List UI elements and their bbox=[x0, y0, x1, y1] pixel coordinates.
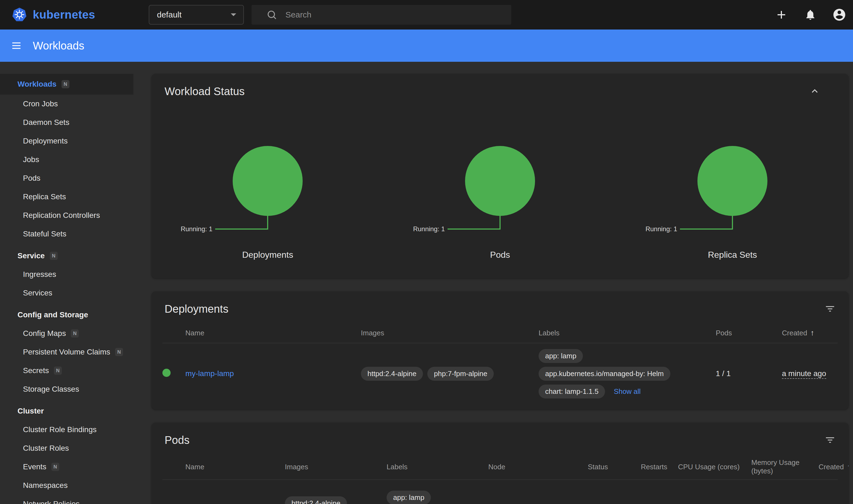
sort-ascending-icon: ↑ bbox=[811, 328, 815, 337]
sidebar-item-services[interactable]: Services bbox=[0, 284, 142, 302]
create-resource-button[interactable] bbox=[772, 6, 790, 23]
sidebar-item-network-policies[interactable]: Network Policies bbox=[0, 495, 142, 504]
labels-column-header: Labels bbox=[538, 329, 705, 337]
images-cell: httpd:2.4-alpine php:7-fpm-alpine bbox=[285, 496, 387, 504]
label-chip: chart: lamp-1.1.5 bbox=[538, 384, 605, 398]
sidebar-item-workloads[interactable]: Workloads N bbox=[0, 74, 134, 94]
sidebar-item-cluster-role-bindings[interactable]: Cluster Role Bindings bbox=[0, 420, 142, 439]
sidebar-item-secrets[interactable]: Secrets N bbox=[0, 361, 142, 380]
created-cell: a minute ago bbox=[771, 369, 838, 378]
table-header-row: Name Images Labels Pods Created↑ bbox=[162, 323, 838, 343]
pod-row: my-lamp-lamp-5fd985cf68-jwvz4 httpd:2.4-… bbox=[162, 480, 838, 504]
sidebar-item-label: Deployments bbox=[23, 137, 68, 145]
sidebar-item-label: Namespaces bbox=[23, 481, 68, 490]
sidebar-item-cron-jobs[interactable]: Cron Jobs bbox=[0, 94, 142, 113]
sidebar-item-daemon-sets[interactable]: Daemon Sets bbox=[0, 113, 142, 132]
pie-chart bbox=[233, 146, 303, 216]
image-chip: php:7-fpm-alpine bbox=[427, 367, 494, 381]
filter-icon bbox=[824, 435, 835, 446]
filter-button[interactable] bbox=[820, 299, 840, 319]
pods-table: Name Images Labels Node Status Restarts … bbox=[152, 454, 849, 504]
image-chip: httpd:2.4-alpine bbox=[361, 367, 423, 381]
home-link[interactable]: kubernetes bbox=[0, 8, 137, 22]
chart-legend: Running: 1 bbox=[384, 225, 445, 233]
sidebar-item-label: Persistent Volume Claims bbox=[23, 348, 110, 356]
legend-connector bbox=[680, 229, 732, 230]
search-input[interactable] bbox=[285, 10, 511, 19]
collapse-button[interactable] bbox=[805, 82, 824, 101]
sidebar-section-label: Service bbox=[18, 251, 45, 260]
menu-button[interactable] bbox=[6, 36, 26, 55]
sidebar-item-label: Ingresses bbox=[23, 270, 56, 279]
search-bar[interactable] bbox=[251, 5, 511, 24]
show-all-link[interactable]: Show all bbox=[614, 387, 641, 396]
sidebar-item-label: Pods bbox=[23, 174, 40, 183]
kubernetes-logo-icon bbox=[12, 8, 27, 22]
legend-connector bbox=[267, 215, 268, 230]
labels-cell: app: lamp pod-template-hash: 5fd985cf68 bbox=[387, 491, 488, 504]
label-chip: app.kubernetes.io/managed-by: Helm bbox=[538, 367, 670, 381]
created-column-header[interactable]: Created↑ bbox=[819, 463, 849, 471]
sidebar-item-ingresses[interactable]: Ingresses bbox=[0, 265, 142, 284]
namespace-value: default bbox=[157, 10, 181, 19]
chart-replica-sets: Running: 1 Replica Sets bbox=[616, 146, 849, 273]
sidebar-item-pods[interactable]: Pods bbox=[0, 169, 142, 187]
sidebar-section-cluster: Cluster bbox=[0, 402, 142, 420]
sidebar-item-replication-controllers[interactable]: Replication Controllers bbox=[0, 206, 142, 225]
chevron-down-icon bbox=[231, 13, 236, 16]
labels-last-row: chart: lamp-1.1.5 Show all bbox=[538, 384, 641, 398]
brand-text: kubernetes bbox=[33, 8, 95, 21]
sidebar-item-label: Replica Sets bbox=[23, 193, 66, 201]
sidebar-item-storage-classes[interactable]: Storage Classes bbox=[0, 380, 142, 398]
sidebar-item-stateful-sets[interactable]: Stateful Sets bbox=[0, 225, 142, 243]
name-column-header: Name bbox=[185, 329, 361, 337]
notifications-button[interactable] bbox=[802, 6, 819, 23]
plus-icon bbox=[775, 8, 788, 21]
pods-cell: 1 / 1 bbox=[705, 369, 771, 378]
layout: Workloads N Cron Jobs Daemon Sets Deploy… bbox=[0, 62, 853, 504]
pie-chart bbox=[465, 146, 535, 216]
new-badge: N bbox=[61, 80, 69, 88]
sidebar-item-namespaces[interactable]: Namespaces bbox=[0, 476, 142, 495]
sidebar-item-label: Network Policies bbox=[23, 500, 79, 504]
name-column-header: Name bbox=[185, 463, 285, 471]
status-cell bbox=[162, 369, 185, 379]
sidebar-item-label: Config Maps bbox=[23, 329, 66, 338]
sidebar-section-service: Service N bbox=[0, 247, 142, 265]
sidebar-item-persistent-volume-claims[interactable]: Persistent Volume Claims N bbox=[0, 343, 142, 361]
legend-connector bbox=[215, 229, 268, 230]
legend-connector bbox=[499, 215, 501, 230]
labels-column-header: Labels bbox=[387, 463, 488, 471]
deployments-card: Deployments Name Images Labels Pods bbox=[152, 291, 849, 410]
chart-title: Replica Sets bbox=[616, 250, 849, 260]
status-text-column-header: Status bbox=[588, 463, 641, 471]
sidebar-item-label: Cluster Roles bbox=[23, 444, 69, 453]
images-column-header: Images bbox=[285, 463, 387, 471]
sidebar-item-jobs[interactable]: Jobs bbox=[0, 150, 142, 169]
label-chip: app: lamp bbox=[538, 349, 583, 363]
labels-cell: app: lamp app.kubernetes.io/managed-by: … bbox=[538, 349, 705, 398]
sidebar-item-label: Cluster Role Bindings bbox=[23, 425, 96, 434]
sidebar-item-label: Services bbox=[23, 289, 52, 298]
filter-button[interactable] bbox=[820, 430, 840, 450]
topbar: kubernetes default bbox=[0, 0, 853, 30]
sidebar-item-config-maps[interactable]: Config Maps N bbox=[0, 324, 142, 343]
sidebar-item-label: Events bbox=[23, 463, 47, 471]
sidebar-item-deployments[interactable]: Deployments bbox=[0, 132, 142, 150]
created-column-header[interactable]: Created↑ bbox=[771, 328, 838, 337]
bell-icon bbox=[804, 9, 816, 21]
chart-legend: Running: 1 bbox=[152, 225, 212, 233]
sidebar-item-events[interactable]: Events N bbox=[0, 457, 142, 476]
pods-card: Pods Name Images Labels Node Status bbox=[152, 422, 849, 504]
deployment-name-link[interactable]: my-lamp-lamp bbox=[185, 369, 234, 378]
sidebar-item-cluster-roles[interactable]: Cluster Roles bbox=[0, 439, 142, 457]
namespace-selector[interactable]: default bbox=[149, 5, 244, 24]
chart-title: Deployments bbox=[152, 250, 384, 260]
user-avatar-button[interactable] bbox=[831, 6, 848, 23]
sidebar-section-label: Config and Storage bbox=[18, 310, 88, 319]
chart-legend: Running: 1 bbox=[616, 225, 677, 233]
sidebar-item-replica-sets[interactable]: Replica Sets bbox=[0, 187, 142, 206]
new-badge: N bbox=[115, 348, 123, 356]
card-title: Pods bbox=[164, 434, 190, 446]
images-cell: httpd:2.4-alpine php:7-fpm-alpine bbox=[361, 367, 538, 381]
